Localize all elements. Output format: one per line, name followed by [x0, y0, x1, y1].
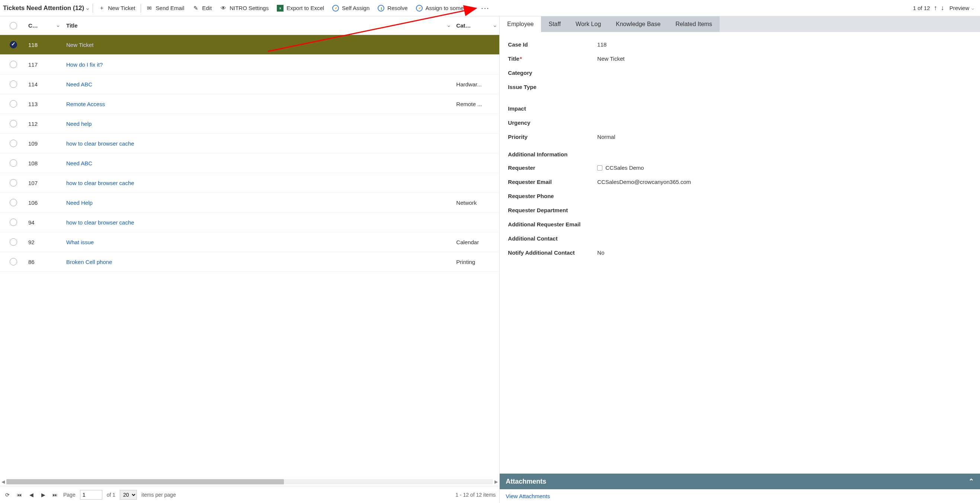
row-select[interactable] — [0, 159, 27, 167]
header-select-all[interactable] — [0, 22, 27, 29]
cell-category: Network — [453, 200, 499, 206]
table-row[interactable]: 109how to clear browser cache — [0, 134, 499, 153]
plus-icon: ＋ — [98, 5, 105, 11]
cell-category: Hardwar... — [453, 81, 499, 88]
field-value: CCSales Demo — [597, 164, 972, 171]
field-label: Issue Type — [508, 84, 597, 90]
header-title[interactable]: Title ⌵ — [62, 22, 453, 29]
radio-icon — [10, 219, 17, 226]
plus-circle-icon — [416, 5, 423, 11]
row-select[interactable] — [0, 199, 27, 206]
title-link[interactable]: Need Help — [66, 200, 93, 206]
cell-caseid: 106 — [27, 200, 62, 206]
cell-title: New Ticket — [62, 42, 453, 48]
send-email-button[interactable]: ✉ Send Email — [143, 3, 188, 13]
form-field: Title*New Ticket — [508, 51, 972, 65]
header-category[interactable]: Cat… ⌵ — [453, 22, 499, 29]
last-page-button[interactable]: ⏭ — [51, 492, 59, 498]
self-assign-button[interactable]: Self Assign — [329, 3, 373, 13]
row-select[interactable] — [0, 258, 27, 265]
table-row[interactable]: 118New Ticket — [0, 35, 499, 55]
scroll-track — [6, 479, 493, 484]
title-link[interactable]: Need ABC — [66, 81, 92, 88]
form-field: RequesterCCSales Demo — [508, 160, 972, 175]
table-row[interactable]: 108Need ABC — [0, 153, 499, 173]
export-excel-button[interactable]: x Export to Excel — [273, 3, 328, 13]
table-row[interactable]: 92What issueCalendar — [0, 232, 499, 252]
next-record-button[interactable]: ↓ — [939, 4, 946, 12]
page-size-select[interactable]: 20 — [120, 490, 137, 500]
more-actions-button[interactable]: ··· — [477, 2, 493, 14]
next-page-button[interactable]: ▶ — [40, 492, 47, 498]
user-icon — [597, 165, 602, 171]
grid-body[interactable]: 118New Ticket117How do I fix it?114Need … — [0, 35, 499, 478]
cell-title: Broken Cell phone — [62, 259, 453, 265]
field-label: Category — [508, 70, 597, 76]
form-field: Issue Type — [508, 80, 972, 94]
resolve-button[interactable]: Resolve — [374, 3, 411, 13]
chevron-up-icon: ⌃ — [969, 477, 974, 485]
tab-staff[interactable]: Staff — [541, 16, 568, 32]
previous-record-button[interactable]: ↑ — [932, 4, 939, 12]
title-link[interactable]: Need help — [66, 121, 92, 127]
title-link[interactable]: how to clear browser cache — [66, 219, 134, 226]
scroll-left-icon: ◀ — [2, 479, 5, 484]
cell-caseid: 118 — [27, 42, 62, 48]
send-email-label: Send Email — [156, 5, 185, 11]
row-select[interactable] — [0, 140, 27, 147]
table-row[interactable]: 107how to clear browser cache — [0, 173, 499, 193]
edit-button[interactable]: ✎ Edit — [189, 3, 215, 13]
row-select[interactable] — [0, 238, 27, 246]
tab-work-log[interactable]: Work Log — [568, 16, 608, 32]
title-link[interactable]: how to clear browser cache — [66, 141, 134, 147]
chevron-down-icon: ⌵ — [494, 23, 496, 28]
edit-label: Edit — [202, 5, 212, 11]
section-header-additional-info: Additional Information — [508, 151, 972, 158]
ipp-label: items per page — [142, 492, 176, 498]
form-field: Category — [508, 65, 972, 80]
title-link[interactable]: Remote Access — [66, 101, 105, 107]
tab-knowledge-base[interactable]: Knowledge Base — [608, 16, 668, 32]
header-caseid[interactable]: C… ⌵ — [27, 22, 62, 29]
nitro-settings-button[interactable]: 👁 NITRO Settings — [216, 3, 272, 13]
first-page-button[interactable]: ⏮ — [16, 492, 23, 498]
title-link[interactable]: What issue — [66, 239, 94, 245]
tab-related-items[interactable]: Related Items — [668, 16, 719, 32]
tab-employee[interactable]: Employee — [500, 16, 541, 32]
view-attachments-link[interactable]: View Attachments — [500, 489, 980, 503]
new-ticket-button[interactable]: ＋ New Ticket — [94, 3, 139, 13]
form-field: PriorityNormal — [508, 129, 972, 144]
title-link[interactable]: New Ticket — [66, 42, 93, 48]
table-row[interactable]: 112Need help — [0, 114, 499, 134]
row-select[interactable] — [0, 120, 27, 127]
table-row[interactable]: 106Need HelpNetwork — [0, 193, 499, 212]
preview-toggle[interactable]: Preview ⌵ — [947, 5, 977, 11]
table-row[interactable]: 94how to clear browser cache — [0, 212, 499, 232]
row-select[interactable] — [0, 61, 27, 68]
title-link[interactable]: How do I fix it? — [66, 61, 103, 68]
scroll-thumb[interactable] — [6, 479, 284, 484]
assign-someone-button[interactable]: Assign to someone — [412, 3, 477, 13]
refresh-button[interactable]: ⟳ — [4, 492, 11, 498]
table-row[interactable]: 117How do I fix it? — [0, 55, 499, 75]
title-link[interactable]: Need ABC — [66, 160, 92, 166]
title-link[interactable]: Broken Cell phone — [66, 259, 112, 265]
prev-page-button[interactable]: ◀ — [27, 492, 35, 498]
form-field: Urgency — [508, 115, 972, 129]
page-input[interactable] — [80, 490, 102, 500]
table-row[interactable]: 114Need ABCHardwar... — [0, 75, 499, 94]
attachments-accordion[interactable]: Attachments ⌃ — [500, 474, 980, 489]
field-label: Requester Email — [508, 179, 597, 185]
table-row[interactable]: 113Remote AccessRemote ... — [0, 94, 499, 114]
row-select[interactable] — [0, 100, 27, 108]
row-select[interactable] — [0, 179, 27, 187]
table-row[interactable]: 86Broken Cell phonePrinting — [0, 252, 499, 272]
horizontal-scrollbar[interactable]: ◀ ▶ — [0, 478, 499, 486]
row-select[interactable] — [0, 219, 27, 226]
row-select[interactable] — [0, 80, 27, 88]
separator — [141, 4, 141, 13]
preview-label: Preview — [950, 5, 969, 11]
title-link[interactable]: how to clear browser cache — [66, 180, 134, 186]
view-title[interactable]: Tickets Need Attention (12) ⌵ — [3, 5, 91, 12]
row-select[interactable] — [0, 41, 27, 48]
